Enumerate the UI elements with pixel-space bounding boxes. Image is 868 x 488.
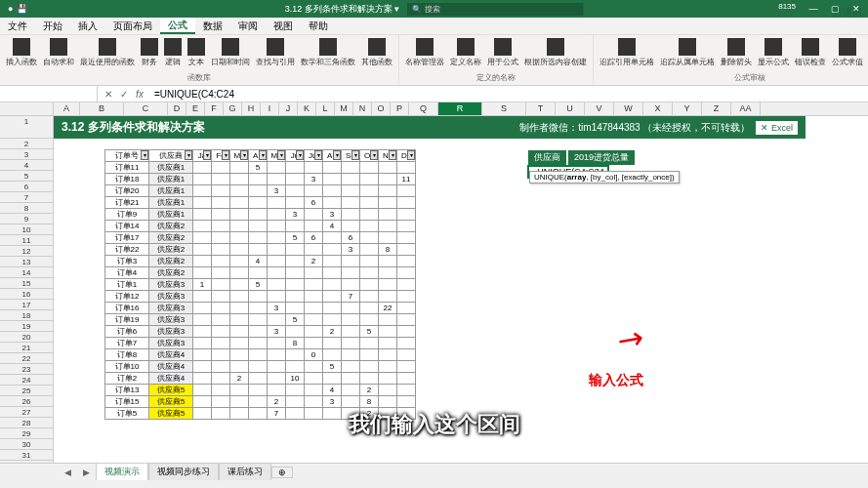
table-cell[interactable]	[268, 385, 286, 396]
table-cell[interactable]: 供应商1	[149, 162, 193, 174]
table-cell[interactable]	[342, 197, 360, 209]
row-header[interactable]: 8	[0, 203, 54, 214]
user-account[interactable]: 8135	[778, 2, 796, 16]
table-cell[interactable]	[305, 338, 323, 349]
table-cell[interactable]	[397, 162, 416, 174]
table-cell[interactable]	[342, 256, 360, 267]
column-header-W[interactable]: W	[614, 102, 643, 115]
table-cell[interactable]	[342, 314, 360, 326]
table-cell[interactable]	[323, 256, 342, 267]
filter-button[interactable]: ▾	[314, 150, 322, 160]
column-header-L[interactable]: L	[316, 102, 335, 115]
table-cell[interactable]	[305, 279, 323, 291]
table-cell[interactable]: 6	[305, 232, 323, 244]
table-cell[interactable]	[212, 221, 230, 232]
table-cell[interactable]	[323, 174, 342, 185]
row-header[interactable]: 11	[0, 235, 54, 246]
table-cell[interactable]	[268, 174, 286, 185]
table-cell[interactable]	[212, 232, 230, 244]
table-cell[interactable]	[193, 232, 212, 244]
column-header-P[interactable]: P	[391, 102, 409, 115]
table-cell[interactable]: 4	[323, 221, 342, 232]
table-header[interactable]: Se▾	[342, 150, 360, 162]
table-cell[interactable]: 3	[268, 303, 286, 314]
table-cell[interactable]	[249, 244, 268, 256]
table-cell[interactable]	[397, 373, 416, 385]
table-cell[interactable]	[360, 174, 379, 185]
table-cell[interactable]	[342, 221, 360, 232]
table-row[interactable]: 订单9供应商133	[105, 209, 416, 221]
filter-button[interactable]: ▾	[240, 150, 248, 160]
ribbon-button[interactable]: 显示公式	[756, 37, 791, 68]
table-cell[interactable]: 订单15	[105, 396, 149, 408]
column-header-F[interactable]: F	[205, 102, 224, 115]
table-cell[interactable]	[230, 221, 249, 232]
ribbon-button[interactable]: 根据所选内容创建	[522, 37, 589, 68]
table-row[interactable]: 订单16供应商3322	[105, 303, 416, 314]
filter-button[interactable]: ▾	[203, 150, 211, 160]
table-cell[interactable]	[193, 244, 212, 256]
table-cell[interactable]	[379, 349, 397, 361]
table-cell[interactable]: 订单16	[105, 303, 149, 314]
row-header[interactable]: 28	[0, 418, 54, 428]
table-cell[interactable]	[193, 349, 212, 361]
table-header[interactable]: Ja▾	[193, 150, 212, 162]
table-cell[interactable]: 22	[379, 303, 397, 314]
ribbon-button[interactable]: 日期和时间	[209, 37, 252, 68]
table-cell[interactable]	[286, 361, 305, 373]
table-cell[interactable]: 供应商1	[149, 197, 193, 209]
table-cell[interactable]	[397, 326, 416, 338]
table-cell[interactable]	[193, 385, 212, 396]
table-cell[interactable]	[193, 221, 212, 232]
ribbon-button[interactable]: 数学和三角函数	[299, 37, 357, 68]
table-cell[interactable]	[360, 291, 379, 303]
table-header[interactable]: Au▾	[323, 150, 342, 162]
table-cell[interactable]	[212, 385, 230, 396]
row-header[interactable]: 26	[0, 396, 54, 407]
table-cell[interactable]: 4	[249, 256, 268, 267]
table-cell[interactable]: 订单19	[105, 314, 149, 326]
table-cell[interactable]: 订单13	[105, 385, 149, 396]
table-cell[interactable]	[305, 385, 323, 396]
ribbon-button[interactable]: 其他函数	[359, 37, 394, 68]
table-cell[interactable]	[286, 244, 305, 256]
ribbon-button[interactable]: 最近使用的函数	[78, 37, 137, 68]
table-cell[interactable]	[230, 314, 249, 326]
table-cell[interactable]	[230, 232, 249, 244]
table-cell[interactable]: 供应商5	[149, 408, 193, 420]
menu-tab-审阅[interactable]: 审阅	[230, 18, 266, 34]
table-row[interactable]: 订单11供应商15	[105, 162, 416, 174]
table-cell[interactable]	[323, 314, 342, 326]
table-cell[interactable]	[230, 162, 249, 174]
table-cell[interactable]	[286, 267, 305, 279]
table-cell[interactable]	[249, 314, 268, 326]
filter-button[interactable]: ▾	[370, 150, 378, 160]
formula-cancel-button[interactable]: ✕	[102, 89, 115, 100]
table-cell[interactable]	[268, 256, 286, 267]
table-cell[interactable]	[193, 303, 212, 314]
table-cell[interactable]: 2	[268, 396, 286, 408]
table-cell[interactable]	[397, 256, 416, 267]
table-cell[interactable]	[286, 197, 305, 209]
ribbon-button[interactable]: 自动求和	[41, 37, 76, 68]
column-header-J[interactable]: J	[279, 102, 298, 115]
table-cell[interactable]: 供应商4	[149, 361, 193, 373]
menu-tab-插入[interactable]: 插入	[70, 18, 105, 34]
table-cell[interactable]: 订单18	[105, 174, 149, 185]
document-title[interactable]: 3.12 多列条件求和解决方案 ▾	[285, 3, 400, 16]
table-cell[interactable]: 1	[193, 279, 212, 291]
table-cell[interactable]	[305, 373, 323, 385]
table-cell[interactable]	[286, 221, 305, 232]
sheet-tab[interactable]: 视频同步练习	[148, 463, 219, 481]
ribbon-button[interactable]: 文本	[186, 37, 207, 68]
sheet-nav-prev[interactable]: ◀	[59, 468, 77, 477]
row-header[interactable]: 29	[0, 428, 54, 439]
table-cell[interactable]	[305, 396, 323, 408]
table-cell[interactable]	[268, 338, 286, 349]
table-cell[interactable]	[249, 209, 268, 221]
table-cell[interactable]	[230, 256, 249, 267]
table-cell[interactable]	[230, 361, 249, 373]
table-cell[interactable]	[379, 221, 397, 232]
table-cell[interactable]: 供应商1	[149, 209, 193, 221]
table-cell[interactable]	[212, 256, 230, 267]
